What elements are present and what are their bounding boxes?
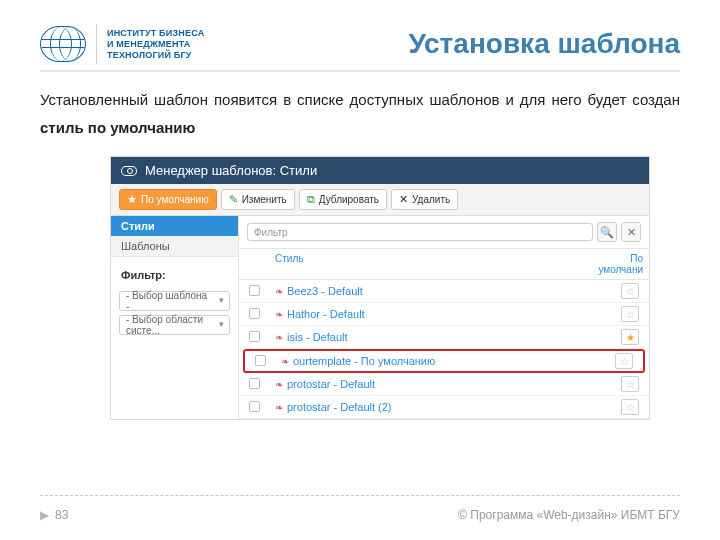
sidebar: Стили Шаблоны Фильтр: - Выбор шаблона - …: [111, 216, 239, 419]
default-star[interactable]: ☆: [615, 353, 633, 369]
copyright: © Программа «Web-дизайн» ИБМТ БГУ: [458, 508, 680, 522]
slide-title: Установка шаблона: [408, 28, 680, 60]
clear-icon[interactable]: ✕: [621, 222, 641, 242]
window-titlebar: Менеджер шаблонов: Стили: [111, 157, 649, 184]
style-name[interactable]: isis - Default: [287, 331, 348, 343]
org-line2: И МЕНЕДЖМЕНТА: [107, 39, 204, 50]
select-area[interactable]: - Выбор области систе...: [119, 315, 230, 335]
table-row[interactable]: ❧Hathor - Default☆: [239, 303, 649, 326]
default-star[interactable]: ☆: [621, 399, 639, 415]
col-style[interactable]: Стиль: [269, 249, 579, 279]
lead-text: Установленный шаблон появится в списке д…: [40, 91, 680, 108]
row-checkbox[interactable]: [249, 378, 260, 389]
row-checkbox[interactable]: [249, 308, 260, 319]
page-number: 83: [55, 508, 68, 522]
org-line1: ИНСТИТУТ БИЗНЕСА: [107, 28, 204, 39]
table-row[interactable]: ❧protostar - Default (2)☆: [239, 396, 649, 419]
leaf-icon: ❧: [275, 332, 283, 343]
default-star[interactable]: ☆: [621, 283, 639, 299]
style-name[interactable]: protostar - Default (2): [287, 401, 392, 413]
style-name[interactable]: Beez3 - Default: [287, 285, 363, 297]
leaf-icon: ❧: [275, 309, 283, 320]
leaf-icon: ❧: [275, 402, 283, 413]
window-title: Менеджер шаблонов: Стили: [145, 163, 317, 178]
select-template[interactable]: - Выбор шаблона -: [119, 291, 230, 311]
table-row[interactable]: ❧protostar - Default☆: [239, 373, 649, 396]
row-checkbox[interactable]: [249, 401, 260, 412]
default-star[interactable]: ☆: [621, 376, 639, 392]
lead-paragraph: Установленный шаблон появится в списке д…: [40, 86, 680, 142]
tab-styles[interactable]: Стили: [111, 216, 238, 236]
eye-icon: [121, 166, 137, 176]
slide-footer: ▶83 © Программа «Web-дизайн» ИБМТ БГУ: [40, 508, 680, 522]
org-logo-block: ИНСТИТУТ БИЗНЕСА И МЕНЕДЖМЕНТА ТЕХНОЛОГИ…: [40, 24, 204, 64]
slide-header: ИНСТИТУТ БИЗНЕСА И МЕНЕДЖМЕНТА ТЕХНОЛОГИ…: [40, 24, 680, 64]
search-icon[interactable]: 🔍: [597, 222, 617, 242]
org-line3: ТЕХНОЛОГИЙ БГУ: [107, 50, 204, 61]
leaf-icon: ❧: [275, 286, 283, 297]
table-header: Стиль По умолчани: [239, 249, 649, 280]
filter-heading: Фильтр:: [111, 257, 238, 287]
screenshot-window: Менеджер шаблонов: Стили ★По умолчанию ✎…: [110, 156, 650, 420]
window-toolbar: ★По умолчанию ✎Изменить ⧉Дублировать ✕Уд…: [111, 184, 649, 216]
tab-templates[interactable]: Шаблоны: [111, 236, 238, 257]
table-row[interactable]: ❧ourtemplate - По умолчанию☆: [243, 349, 645, 373]
table-row[interactable]: ❧Beez3 - Default☆: [239, 280, 649, 303]
globe-icon: [40, 26, 86, 62]
filter-bar: Фильтр 🔍 ✕: [239, 216, 649, 249]
row-checkbox[interactable]: [255, 355, 266, 366]
default-star[interactable]: ★: [621, 329, 639, 345]
style-name[interactable]: Hathor - Default: [287, 308, 365, 320]
default-star[interactable]: ☆: [621, 306, 639, 322]
table-body: ❧Beez3 - Default☆❧Hathor - Default☆❧isis…: [239, 280, 649, 419]
duplicate-button[interactable]: ⧉Дублировать: [299, 189, 387, 210]
style-name[interactable]: ourtemplate - По умолчанию: [293, 355, 435, 367]
col-default[interactable]: По умолчани: [579, 249, 649, 279]
default-button[interactable]: ★По умолчанию: [119, 189, 217, 210]
edit-button[interactable]: ✎Изменить: [221, 189, 295, 210]
table-row[interactable]: ❧isis - Default★: [239, 326, 649, 349]
divider: [40, 70, 680, 72]
style-name[interactable]: protostar - Default: [287, 378, 375, 390]
filter-input[interactable]: Фильтр: [247, 223, 593, 241]
delete-button[interactable]: ✕Удалить: [391, 189, 458, 210]
row-checkbox[interactable]: [249, 285, 260, 296]
row-checkbox[interactable]: [249, 331, 260, 342]
lead-bold: стиль по умолчанию: [40, 119, 195, 136]
footer-divider: [40, 495, 680, 496]
leaf-icon: ❧: [275, 379, 283, 390]
leaf-icon: ❧: [281, 356, 289, 367]
